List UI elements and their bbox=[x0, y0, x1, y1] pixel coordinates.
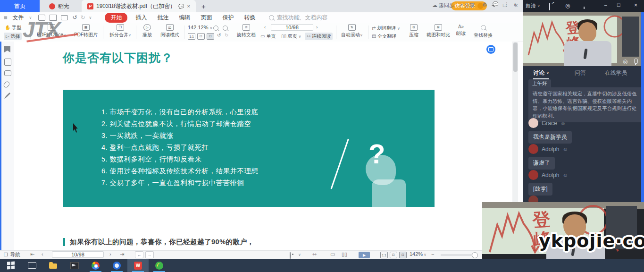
tab-home[interactable]: 首页 bbox=[0, 0, 40, 12]
nav-panel-button[interactable]: ❐ 导航 bbox=[4, 251, 20, 258]
fit-page-button[interactable]: ⊡ bbox=[197, 33, 205, 40]
menu-start[interactable]: 开始 bbox=[105, 13, 127, 23]
fit-width-button[interactable]: ⊡ bbox=[207, 33, 214, 40]
record-icon[interactable]: ◎ bbox=[565, 2, 570, 9]
first-page-icon[interactable]: ⇤ bbox=[30, 251, 34, 257]
tab-docer[interactable]: 稻壳 bbox=[43, 0, 75, 12]
zoom-minus-button[interactable]: − bbox=[431, 251, 434, 257]
fit-page-status-button[interactable]: ⊡ bbox=[390, 252, 397, 258]
screenshot-compare-button[interactable]: ⊠ 截图和对比 bbox=[424, 24, 453, 38]
pdf-to-image-button[interactable]: ▦ PDF转图片 bbox=[71, 24, 101, 38]
prev-page-status-icon[interactable]: ‹ bbox=[42, 251, 43, 257]
tab-document[interactable]: P 190318谐波教材.pdf（已加密） 💬 × bbox=[82, 0, 196, 12]
live-minimize-button[interactable]: − bbox=[604, 2, 607, 8]
rotate-left-icon[interactable]: ↺ bbox=[217, 33, 221, 38]
menu-edit[interactable]: 编辑 bbox=[174, 14, 195, 22]
menu-insert[interactable]: 插入 bbox=[130, 14, 152, 22]
browser-button[interactable] bbox=[106, 259, 127, 272]
last-page-icon[interactable]: ⇥ bbox=[120, 251, 124, 257]
feedback-bubble-icon[interactable]: 💬 bbox=[493, 1, 498, 7]
zoom-value-dropdown[interactable]: 142.12% ∨ bbox=[188, 25, 212, 30]
fit-width-status-button[interactable]: ⊡ bbox=[399, 252, 407, 258]
menu-convert[interactable]: 转换 bbox=[239, 14, 260, 22]
file-explorer-button[interactable] bbox=[42, 259, 64, 272]
single-page-button[interactable]: ▭ 单页 bbox=[260, 33, 276, 40]
zoom-slider-track[interactable] bbox=[441, 255, 475, 255]
collapse-ribbon-icon[interactable]: ∧ bbox=[513, 2, 517, 7]
bookmark-icon[interactable] bbox=[4, 46, 10, 52]
hamburger-icon[interactable]: ≡ bbox=[4, 14, 8, 21]
fit-width-status-icon[interactable]: ⇿ bbox=[312, 251, 317, 257]
next-page-status-icon[interactable]: › bbox=[109, 251, 111, 257]
tab-online-students[interactable]: 在线学员 bbox=[605, 69, 627, 77]
float-widget-button[interactable] bbox=[486, 45, 495, 54]
wps-taskbar-button[interactable]: W bbox=[127, 259, 149, 272]
pdf-page[interactable]: 你是否有以下困扰？ 1. 市场千变万化，没有自己的分析系统，心里没底 2. 到关… bbox=[14, 42, 512, 250]
quickbar-caret-icon[interactable]: ∨ bbox=[89, 16, 92, 20]
full-translate-button[interactable]: ▤ 全文翻译 bbox=[372, 33, 396, 40]
find-replace-button[interactable]: 查找替换 bbox=[471, 24, 495, 39]
tab-discuss-caret-icon[interactable]: ∨ bbox=[546, 71, 549, 75]
zoom-slider-knob[interactable] bbox=[472, 252, 478, 258]
comment-panel-icon[interactable] bbox=[4, 70, 11, 76]
screen-recorder-button[interactable] bbox=[64, 259, 85, 272]
start-button[interactable] bbox=[0, 259, 21, 272]
image-panel-icon[interactable] bbox=[4, 59, 11, 66]
status-zoom-caret-icon[interactable]: ∨ bbox=[424, 253, 427, 257]
eye-protect-button[interactable] bbox=[290, 253, 291, 258]
rotate-doc-button[interactable]: ⟳ 旋转文档 bbox=[234, 24, 259, 38]
select-tool-button[interactable]: ▻ 选择 bbox=[4, 33, 22, 40]
live-share-icon[interactable] bbox=[549, 3, 550, 10]
menu-comment[interactable]: 批注 bbox=[152, 14, 174, 22]
auto-scroll-button[interactable]: ⇅ 自动滚动∨ bbox=[339, 24, 365, 38]
page-number-input[interactable]: 10/98 bbox=[271, 24, 313, 31]
history-forward-button[interactable]: → bbox=[145, 251, 154, 258]
zoom-in-button[interactable] bbox=[223, 26, 228, 32]
task-view-button[interactable] bbox=[21, 259, 42, 272]
chrome-button[interactable] bbox=[85, 259, 106, 272]
double-page-status-icon[interactable]: ▯▯ bbox=[342, 251, 347, 257]
history-back-button[interactable]: ← bbox=[135, 251, 143, 258]
tab-comment-icon[interactable]: 💬 bbox=[178, 4, 184, 9]
menu-file[interactable]: 文件 bbox=[8, 14, 29, 22]
redo-icon[interactable]: ↻ bbox=[81, 14, 85, 21]
settings-gear-icon[interactable]: ⚙ bbox=[482, 1, 487, 8]
menu-protect[interactable]: 保护 bbox=[217, 14, 239, 22]
save-icon[interactable] bbox=[50, 15, 57, 21]
single-page-status-icon[interactable]: ▭ bbox=[330, 251, 335, 257]
menu-page[interactable]: 页面 bbox=[195, 14, 217, 22]
open-icon[interactable] bbox=[38, 15, 45, 21]
live-close-button[interactable]: × bbox=[634, 2, 637, 8]
prev-page-icon[interactable]: ‹ bbox=[264, 25, 266, 30]
status-page-input[interactable]: 10/98 bbox=[52, 251, 104, 258]
status-zoom-value[interactable]: 142% bbox=[410, 251, 423, 257]
quality-selector[interactable]: 超清 bbox=[526, 2, 536, 9]
print-icon[interactable] bbox=[61, 15, 68, 20]
eye-protect-caret-icon[interactable]: ∨ bbox=[298, 253, 301, 257]
live-maximize-button[interactable]: □ bbox=[617, 2, 620, 8]
audio-mic-icon[interactable] bbox=[634, 59, 638, 64]
live-video[interactable]: 登峰 ◎ bbox=[523, 12, 641, 66]
tab-close-icon[interactable]: × bbox=[187, 3, 190, 9]
zoom-out-button[interactable] bbox=[213, 26, 218, 32]
word-translate-button[interactable]: ⇄ 划词翻译 ∨ bbox=[372, 25, 400, 32]
play-button[interactable]: ▷ 播放 bbox=[139, 24, 156, 38]
read-mode-button[interactable]: 🕮 阅读模式 bbox=[158, 24, 182, 38]
actual-size-button[interactable]: 1:1 bbox=[188, 33, 195, 40]
viewer-eye-icon[interactable]: ◎ bbox=[623, 58, 627, 65]
tab-discuss[interactable]: 讨论 bbox=[533, 69, 544, 77]
undo-icon[interactable]: ↺ bbox=[72, 14, 77, 21]
split-merge-button[interactable]: ❐ 拆分合并∨ bbox=[107, 24, 134, 38]
double-page-button[interactable]: ▯▯ 双页 ∨ bbox=[281, 33, 301, 40]
rotate-right-icon[interactable]: ↻ bbox=[225, 33, 228, 38]
slideshow-play-button[interactable]: ▶ bbox=[359, 252, 370, 258]
continuous-read-button[interactable]: ⇿ 连续阅读 bbox=[305, 33, 333, 40]
scrollbar-thumb[interactable] bbox=[513, 42, 518, 72]
pdf-to-office-button[interactable]: W PDF转Office∨ bbox=[34, 24, 69, 38]
attachment-icon[interactable] bbox=[3, 80, 11, 88]
search-box[interactable]: 查找功能、文档内容 bbox=[269, 14, 327, 22]
new-tab-button[interactable]: + bbox=[201, 2, 206, 10]
read-aloud-button[interactable]: A» 朗读 bbox=[454, 24, 468, 37]
next-page-icon[interactable]: › bbox=[316, 25, 318, 30]
music-app-button[interactable] bbox=[149, 259, 170, 272]
